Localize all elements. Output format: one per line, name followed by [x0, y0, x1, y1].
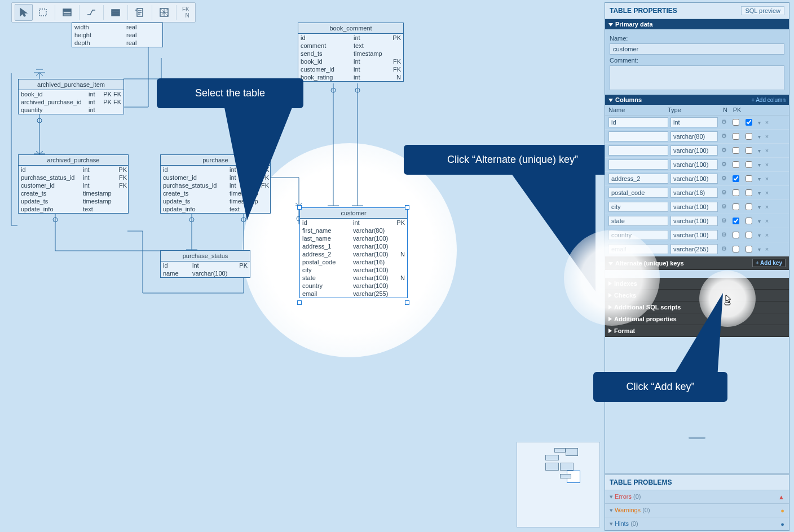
pk-checkbox[interactable] [746, 246, 752, 252]
delete-column-icon[interactable]: × [764, 133, 770, 140]
column-type-input[interactable] [671, 202, 718, 212]
minimap[interactable] [517, 442, 600, 527]
section-alternate-keys[interactable]: Alternate (unique) keys + Add key [605, 256, 789, 270]
column-type-input[interactable] [671, 145, 718, 156]
section-columns[interactable]: Columns + Add column [605, 95, 789, 105]
table-title: customer [300, 208, 407, 219]
pk-checkbox[interactable] [746, 232, 752, 238]
delete-column-icon[interactable]: × [764, 175, 770, 182]
resize-handle-ne[interactable] [405, 205, 409, 210]
column-type-input[interactable] [671, 131, 718, 141]
table-customer[interactable]: customer idintPKfirst_namevarchar(80)las… [299, 207, 408, 298]
column-type-input[interactable] [671, 174, 718, 184]
nullable-checkbox[interactable] [733, 246, 739, 252]
column-type-input[interactable] [671, 230, 718, 240]
textarea-comment[interactable] [610, 65, 784, 90]
problems-warnings-row[interactable]: ▾ Warnings (0) ● [605, 503, 789, 517]
column-type-input[interactable] [671, 216, 718, 226]
pk-checkbox[interactable] [746, 175, 752, 182]
input-table-name[interactable] [610, 43, 784, 55]
table-purchase-status[interactable]: purchase_status idintPKnamevarchar(100) [160, 250, 250, 278]
nullable-checkbox[interactable] [733, 203, 739, 210]
gear-icon[interactable]: ⚙ [720, 217, 728, 225]
column-name-input[interactable] [608, 117, 668, 127]
gear-icon[interactable]: ⚙ [720, 132, 728, 140]
chevron-down-icon[interactable]: ▾ [756, 218, 762, 224]
pk-checkbox[interactable] [746, 218, 752, 224]
table-dims-fragment[interactable]: widthreal heightreal depthreal [72, 23, 163, 47]
section-indexes[interactable]: Indexes [605, 278, 789, 290]
gear-icon[interactable]: ⚙ [720, 245, 728, 253]
add-column-link[interactable]: + Add column [751, 97, 786, 103]
delete-column-icon[interactable]: × [764, 232, 770, 238]
pk-checkbox[interactable] [746, 189, 752, 196]
delete-column-icon[interactable]: × [764, 147, 770, 154]
nullable-checkbox[interactable] [733, 133, 739, 140]
table-row: statevarchar(100)N [300, 274, 407, 282]
chevron-down-icon[interactable]: ▾ [756, 176, 762, 182]
chevron-down-icon[interactable]: ▾ [756, 148, 762, 154]
table-archived-purchase[interactable]: archived_purchase idintPKpurchase_status… [18, 154, 129, 214]
delete-column-icon[interactable]: × [764, 189, 770, 196]
column-type-input[interactable] [671, 188, 718, 198]
problems-hints-row[interactable]: ▾ Hints (0) ● [605, 517, 789, 530]
add-key-button[interactable]: + Add key [752, 259, 786, 267]
gear-icon[interactable]: ⚙ [720, 175, 728, 183]
gear-icon[interactable]: ⚙ [720, 147, 728, 154]
column-name-input[interactable] [608, 230, 668, 240]
pk-checkbox[interactable] [746, 161, 752, 168]
nullable-checkbox[interactable] [733, 189, 739, 196]
delete-column-icon[interactable]: × [764, 203, 770, 210]
gear-icon[interactable]: ⚙ [720, 189, 728, 197]
gear-icon[interactable]: ⚙ [720, 203, 728, 211]
column-name-input[interactable] [608, 244, 668, 254]
delete-column-icon[interactable]: × [764, 218, 770, 224]
delete-column-icon[interactable]: × [764, 119, 770, 126]
delete-column-icon[interactable]: × [764, 246, 770, 252]
table-book-comment[interactable]: book_comment idintPKcommenttextsend_tsti… [298, 23, 404, 82]
gear-icon[interactable]: ⚙ [720, 161, 728, 169]
chevron-down-icon[interactable]: ▾ [756, 204, 762, 210]
column-name-input[interactable] [608, 188, 668, 198]
chevron-down-icon[interactable]: ▾ [756, 134, 762, 140]
pk-checkbox[interactable] [746, 147, 752, 154]
gear-icon[interactable]: ⚙ [720, 118, 728, 126]
column-row: ⚙▾× [605, 116, 789, 130]
chevron-down-icon[interactable]: ▾ [756, 119, 762, 126]
delete-column-icon[interactable]: × [764, 161, 770, 168]
table-row: archived_purchase_idintPK FK [19, 98, 123, 106]
nullable-checkbox[interactable] [733, 119, 739, 126]
column-name-input[interactable] [608, 202, 668, 212]
column-type-input[interactable] [671, 244, 718, 254]
column-name-input[interactable] [608, 131, 668, 141]
chevron-down-icon[interactable]: ▾ [756, 162, 762, 168]
resize-handle-sw[interactable] [297, 300, 302, 305]
pk-checkbox[interactable] [746, 133, 752, 140]
nullable-checkbox[interactable] [733, 218, 739, 224]
resize-handle-se[interactable] [405, 300, 409, 305]
pk-checkbox[interactable] [746, 203, 752, 210]
table-archived-purchase-item[interactable]: archived_purchase_item book_idintPK FKar… [18, 79, 124, 114]
column-name-input[interactable] [608, 145, 668, 156]
gear-icon[interactable]: ⚙ [720, 231, 728, 239]
chevron-down-icon[interactable]: ▾ [756, 232, 762, 238]
erd-canvas[interactable]: widthreal heightreal depthreal archived_… [0, 0, 556, 532]
column-name-input[interactable] [608, 159, 668, 170]
resize-handle-nw[interactable] [297, 205, 302, 210]
chevron-down-icon[interactable]: ▾ [756, 246, 762, 252]
section-primary-data[interactable]: Primary data [605, 19, 789, 29]
column-type-input[interactable] [671, 159, 718, 170]
panel-splitter[interactable] [689, 437, 705, 439]
nullable-checkbox[interactable] [733, 232, 739, 238]
nullable-checkbox[interactable] [733, 147, 739, 154]
chevron-down-icon[interactable]: ▾ [756, 190, 762, 196]
column-name-input[interactable] [608, 216, 668, 226]
column-name-input[interactable] [608, 174, 668, 184]
nullable-checkbox[interactable] [733, 161, 739, 168]
nullable-checkbox[interactable] [733, 175, 739, 182]
sql-preview-button[interactable]: SQL preview [741, 6, 784, 15]
table-row: idintPK [161, 261, 250, 269]
column-type-input[interactable] [671, 117, 718, 127]
problems-errors-row[interactable]: ▾ Errors (0) ▲ [605, 490, 789, 503]
pk-checkbox[interactable] [746, 119, 752, 126]
